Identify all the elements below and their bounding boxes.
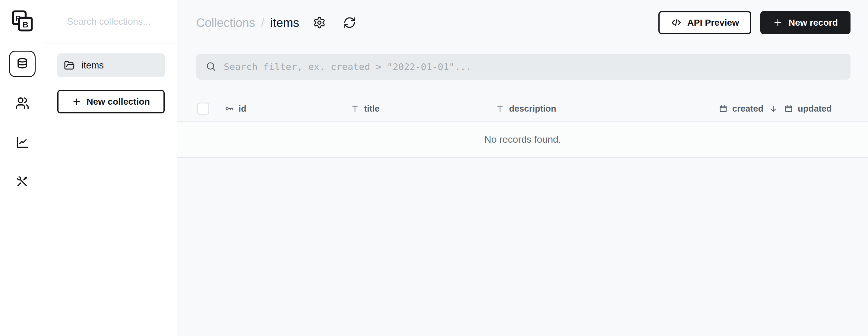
nav-item-collections[interactable]: [9, 51, 36, 77]
calendar-icon: [719, 104, 732, 113]
nav-item-settings[interactable]: [9, 168, 36, 195]
collection-settings-button[interactable]: [313, 16, 326, 29]
collections-search: [45, 0, 177, 44]
api-preview-label: API Preview: [687, 18, 739, 28]
database-icon: [16, 57, 29, 71]
filter-input[interactable]: [224, 61, 841, 72]
key-icon: [225, 104, 239, 113]
column-header-id[interactable]: id: [225, 104, 350, 114]
collections-search-input[interactable]: [67, 16, 165, 27]
refresh-button[interactable]: [343, 16, 356, 29]
new-collection-label: New collection: [87, 96, 150, 107]
table-header-row: id title description: [177, 96, 868, 122]
plus-icon: [773, 18, 789, 27]
column-label: description: [509, 104, 556, 114]
nav-item-logs[interactable]: [9, 129, 36, 156]
collections-list: items New collection: [45, 44, 177, 123]
column-header-title[interactable]: title: [350, 104, 496, 114]
breadcrumb-separator: /: [261, 16, 265, 29]
sort-desc-arrow-icon: [769, 104, 777, 113]
new-collection-button[interactable]: New collection: [57, 90, 165, 114]
svg-text:B: B: [23, 20, 28, 29]
filter-bar: [196, 54, 850, 80]
nav-list: [9, 51, 36, 208]
column-header-created[interactable]: created: [719, 104, 784, 114]
page-header: Collections / items: [196, 11, 850, 34]
users-icon: [16, 96, 29, 110]
new-record-button[interactable]: New record: [760, 11, 850, 34]
breadcrumb-collections[interactable]: Collections: [196, 16, 255, 30]
collections-panel: items New collection: [45, 0, 177, 336]
select-all-checkbox[interactable]: [197, 102, 209, 115]
column-header-description[interactable]: description: [496, 104, 719, 114]
nav-rail: P B: [0, 0, 45, 336]
refresh-icon: [343, 16, 356, 29]
api-preview-button[interactable]: API Preview: [658, 11, 751, 34]
empty-state-row: No records found.: [177, 122, 868, 158]
column-header-updated[interactable]: updated: [784, 104, 850, 114]
pocketbase-logo[interactable]: P B: [10, 10, 34, 34]
gear-icon: [313, 16, 326, 29]
column-label: created: [732, 104, 763, 114]
tools-icon: [16, 175, 29, 188]
breadcrumb-current: items: [270, 16, 299, 30]
column-label: updated: [798, 104, 832, 114]
search-icon: [206, 61, 217, 72]
folder-open-icon: [64, 60, 75, 71]
column-label: id: [239, 104, 246, 114]
empty-state-message: No records found.: [484, 134, 561, 145]
main-content: Collections / items: [177, 0, 868, 336]
plus-icon: [72, 97, 81, 106]
collection-item-label: items: [82, 60, 104, 71]
collection-item-items[interactable]: items: [57, 53, 165, 77]
new-record-label: New record: [789, 18, 838, 28]
column-label: title: [364, 104, 380, 114]
type-icon: [350, 104, 364, 113]
records-table: id title description: [177, 96, 868, 158]
code-icon: [671, 17, 687, 28]
select-all-cell: [196, 102, 225, 115]
chart-icon: [16, 135, 29, 149]
nav-item-users[interactable]: [9, 90, 36, 116]
type-icon: [496, 104, 509, 113]
calendar-icon: [784, 104, 798, 113]
